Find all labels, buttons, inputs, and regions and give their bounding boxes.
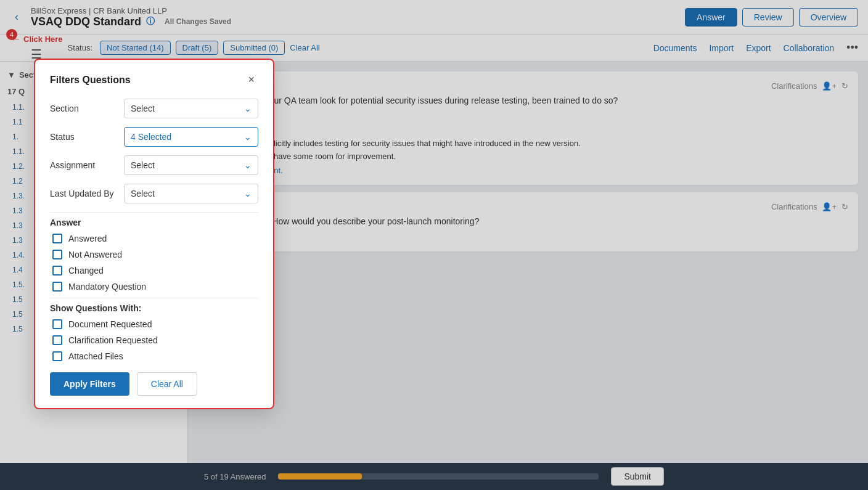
- last-updated-label: Last Updated By: [50, 189, 124, 198]
- status-select-value: 4 Selected: [131, 132, 252, 142]
- section-select-value: Select: [131, 104, 252, 113]
- checkbox-answered: Answered: [52, 234, 258, 243]
- document-requested-label: Document Requested: [68, 319, 152, 329]
- answered-checkbox[interactable]: [52, 234, 62, 243]
- filter-row-section: Section Select ⌄: [50, 99, 258, 118]
- modal-close-button[interactable]: ×: [244, 72, 258, 88]
- checkbox-mandatory: Mandatory Question: [52, 282, 258, 292]
- modal-title: Filters Questions: [50, 75, 131, 86]
- assignment-select-wrap: Select ⌄: [124, 155, 258, 175]
- filter-row-last-updated: Last Updated By Select ⌄: [50, 184, 258, 203]
- chevron-down-icon-last-updated: ⌄: [244, 189, 252, 198]
- checkbox-document-requested: Document Requested: [52, 319, 258, 329]
- changed-label: Changed: [68, 266, 104, 276]
- chevron-down-icon-assignment: ⌄: [244, 160, 252, 170]
- filter-row-assignment: Assignment Select ⌄: [50, 155, 258, 175]
- divider: [50, 212, 258, 213]
- checkbox-changed: Changed: [52, 266, 258, 276]
- show-questions-label: Show Questions With:: [50, 303, 258, 313]
- modal-header: Filters Questions ×: [50, 72, 258, 88]
- checkbox-clarification-requested: Clarification Requested: [52, 335, 258, 345]
- assignment-select[interactable]: Select ⌄: [124, 155, 258, 175]
- last-updated-select[interactable]: Select ⌄: [124, 184, 258, 203]
- mandatory-checkbox[interactable]: [52, 282, 62, 292]
- answered-label: Answered: [68, 234, 107, 243]
- filter-row-status: Status 4 Selected ⌄: [50, 127, 258, 147]
- apply-filters-button[interactable]: Apply Filters: [50, 372, 129, 396]
- status-select-wrap: 4 Selected ⌄: [124, 127, 258, 147]
- assignment-select-value: Select: [131, 160, 252, 170]
- attached-files-checkbox[interactable]: [52, 351, 62, 361]
- clarification-requested-checkbox[interactable]: [52, 335, 62, 345]
- divider-2: [50, 298, 258, 298]
- section-select-wrap: Select ⌄: [124, 99, 258, 118]
- checkbox-attached-files: Attached Files: [52, 351, 258, 361]
- answer-group-label: Answer: [50, 218, 258, 227]
- changed-checkbox[interactable]: [52, 266, 62, 276]
- clarification-requested-label: Clarification Requested: [68, 335, 158, 345]
- modal-footer: Apply Filters Clear All: [50, 372, 258, 396]
- chevron-down-icon: ⌄: [244, 104, 252, 113]
- filters-modal: Filters Questions × Section Select ⌄ Sta…: [34, 59, 274, 409]
- chevron-down-icon-status: ⌄: [244, 132, 252, 142]
- attached-files-label: Attached Files: [68, 351, 123, 361]
- not-answered-checkbox[interactable]: [52, 250, 62, 259]
- not-answered-label: Not Answered: [68, 250, 122, 259]
- mandatory-label: Mandatory Question: [68, 282, 146, 292]
- status-select[interactable]: 4 Selected ⌄: [124, 127, 258, 147]
- assignment-label: Assignment: [50, 160, 124, 170]
- checkbox-not-answered: Not Answered: [52, 250, 258, 259]
- status-label-filter: Status: [50, 132, 124, 142]
- section-select[interactable]: Select ⌄: [124, 99, 258, 118]
- section-label: Section: [50, 104, 124, 113]
- clear-all-button[interactable]: Clear All: [137, 372, 197, 396]
- last-updated-select-value: Select: [131, 189, 252, 198]
- last-updated-select-wrap: Select ⌄: [124, 184, 258, 203]
- document-requested-checkbox[interactable]: [52, 319, 62, 329]
